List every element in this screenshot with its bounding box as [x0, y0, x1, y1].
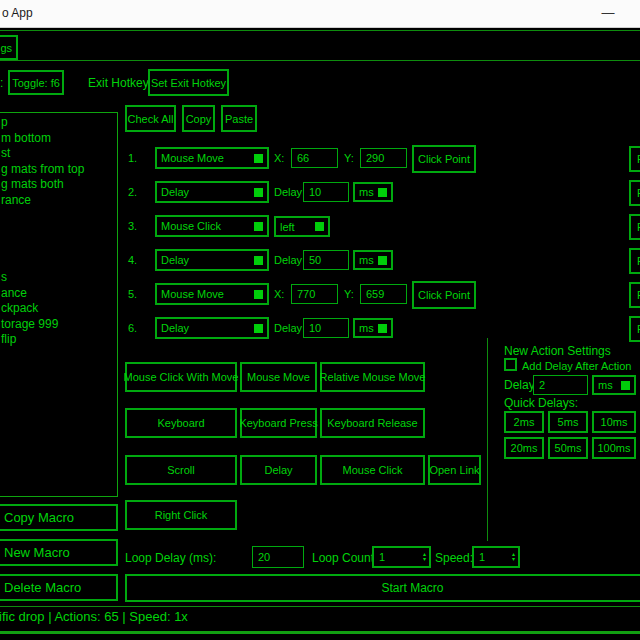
add-relative-mouse-move-button[interactable]: Relative Mouse Move — [320, 362, 425, 392]
click-point-button[interactable]: Click Point — [412, 145, 476, 173]
x-coordinate-input[interactable]: 66 — [291, 148, 338, 168]
action-row: 3. Mouse Click left R — [0, 215, 640, 239]
dropdown-arrow-icon — [315, 222, 324, 231]
delay-unit-dropdown[interactable]: ms — [353, 250, 393, 270]
quick-delay-2ms-button[interactable]: 2ms — [504, 411, 544, 433]
action-type-dropdown[interactable]: Delay — [155, 317, 269, 339]
dropdown-arrow-icon — [378, 188, 387, 197]
add-open-link-button[interactable]: Open Link — [428, 455, 481, 485]
y-value: 290 — [366, 152, 384, 164]
copy-actions-button[interactable]: Copy — [182, 105, 215, 132]
new-action-delay-input[interactable]: 2 — [533, 375, 588, 395]
add-delay-after-action-checkbox[interactable] — [504, 358, 517, 371]
add-keyboard-release-button[interactable]: Keyboard Release — [320, 408, 425, 438]
toggle-hotkey-button[interactable]: Toggle: f6 — [8, 70, 64, 95]
x-label: X: — [274, 288, 284, 300]
start-macro-button[interactable]: Start Macro — [125, 574, 640, 602]
dropdown-arrow-icon — [621, 381, 630, 390]
speed-label: Speed: — [435, 551, 473, 565]
click-point-button[interactable]: Click Point — [412, 281, 476, 309]
add-delay-after-action-label: Add Delay After Action — [522, 360, 631, 372]
new-macro-button[interactable]: New Macro — [0, 539, 118, 566]
delete-macro-button[interactable]: Delete Macro — [0, 574, 118, 601]
loop-delay-label: Loop Delay (ms): — [125, 551, 216, 565]
add-keyboard-press-button[interactable]: Keyboard Press — [240, 408, 317, 438]
loop-count-label: Loop Count: — [312, 551, 377, 565]
remove-action-button[interactable]: R — [629, 248, 640, 274]
action-type-dropdown[interactable]: Delay — [155, 249, 269, 271]
quick-delay-100ms-button[interactable]: 100ms — [592, 437, 636, 459]
delay-unit-value: ms — [355, 322, 378, 334]
loop-count-stepper[interactable]: 1 ▴▾ — [372, 546, 431, 568]
y-coordinate-input[interactable]: 659 — [360, 284, 407, 304]
menubar-bottom-line — [0, 60, 640, 61]
add-keyboard-button[interactable]: Keyboard — [125, 408, 237, 438]
minimize-button[interactable]: — — [596, 2, 620, 24]
action-number: 1. — [128, 152, 137, 164]
dropdown-arrow-icon — [254, 154, 263, 163]
delay-unit-dropdown[interactable]: ms — [353, 182, 393, 202]
title-bar: o App — — [0, 0, 640, 28]
loop-count-value: 1 — [374, 551, 423, 563]
delay-label: Delay — [274, 186, 302, 198]
remove-action-button[interactable]: R — [629, 316, 640, 342]
statusbar-top-line — [0, 606, 640, 607]
remove-action-button[interactable]: R — [629, 214, 640, 240]
quick-delays-label: Quick Delays: — [504, 396, 578, 410]
y-coordinate-input[interactable]: 290 — [360, 148, 407, 168]
x-value: 66 — [297, 152, 309, 164]
dropdown-arrow-icon — [254, 256, 263, 265]
macro-list-item[interactable]: m bottom — [0, 131, 117, 147]
action-row: 2. Delay Delay 10 ms R — [0, 181, 640, 205]
delay-value: 10 — [309, 322, 321, 334]
loop-delay-value: 20 — [258, 551, 270, 563]
paste-actions-button[interactable]: Paste — [221, 105, 257, 132]
stepper-arrows-icon[interactable]: ▴▾ — [423, 552, 426, 562]
mouse-button-value: left — [276, 221, 315, 233]
menu-item-settings[interactable]: gs — [0, 35, 18, 60]
delay-unit-dropdown[interactable]: ms — [353, 318, 393, 338]
action-type-dropdown[interactable]: Mouse Click — [155, 215, 269, 237]
dropdown-arrow-icon — [254, 222, 263, 231]
dropdown-arrow-icon — [254, 188, 263, 197]
quick-delay-5ms-button[interactable]: 5ms — [548, 411, 588, 433]
add-delay-button[interactable]: Delay — [240, 455, 317, 485]
delay-value-input[interactable]: 10 — [303, 318, 349, 338]
delay-value-input[interactable]: 10 — [303, 182, 349, 202]
add-right-click-button[interactable]: Right Click — [125, 500, 237, 530]
copy-macro-button[interactable]: Copy Macro — [0, 504, 118, 531]
x-coordinate-input[interactable]: 770 — [291, 284, 338, 304]
quick-delay-10ms-button[interactable]: 10ms — [592, 411, 636, 433]
macro-list-item[interactable]: p — [0, 115, 117, 131]
action-type-dropdown[interactable]: Delay — [155, 181, 269, 203]
remove-action-button[interactable]: R — [629, 282, 640, 308]
add-mouse-click-with-move-button[interactable]: Mouse Click With Move — [125, 362, 237, 392]
mouse-button-dropdown[interactable]: left — [274, 216, 330, 237]
action-type-value: Delay — [157, 186, 254, 198]
quick-delay-20ms-button[interactable]: 20ms — [504, 437, 544, 459]
quick-delay-50ms-button[interactable]: 50ms — [548, 437, 588, 459]
action-type-dropdown[interactable]: Mouse Move — [155, 283, 269, 305]
loop-delay-input[interactable]: 20 — [252, 546, 304, 568]
y-label: Y: — [344, 288, 354, 300]
add-scroll-button[interactable]: Scroll — [125, 455, 237, 485]
add-mouse-move-button[interactable]: Mouse Move — [240, 362, 317, 392]
delay-label: Delay — [274, 322, 302, 334]
action-type-value: Delay — [157, 322, 254, 334]
action-type-value: Mouse Move — [157, 152, 254, 164]
y-value: 659 — [366, 288, 384, 300]
speed-stepper[interactable]: 1 ▴▾ — [472, 546, 520, 568]
stepper-arrows-icon[interactable]: ▴▾ — [512, 552, 515, 562]
remove-action-button[interactable]: R — [629, 146, 640, 172]
check-all-button[interactable]: Check All — [125, 105, 176, 132]
y-label: Y: — [344, 152, 354, 164]
remove-action-button[interactable]: R — [629, 180, 640, 206]
set-exit-hotkey-button[interactable]: Set Exit Hotkey — [148, 69, 229, 96]
action-type-dropdown[interactable]: Mouse Move — [155, 147, 269, 169]
delay-unit-value: ms — [355, 186, 378, 198]
action-type-value: Mouse Move — [157, 288, 254, 300]
delay-value-input[interactable]: 50 — [303, 250, 349, 270]
new-action-delay-unit-dropdown[interactable]: ms — [592, 375, 636, 395]
add-mouse-click-button[interactable]: Mouse Click — [320, 455, 425, 485]
action-number: 4. — [128, 254, 137, 266]
